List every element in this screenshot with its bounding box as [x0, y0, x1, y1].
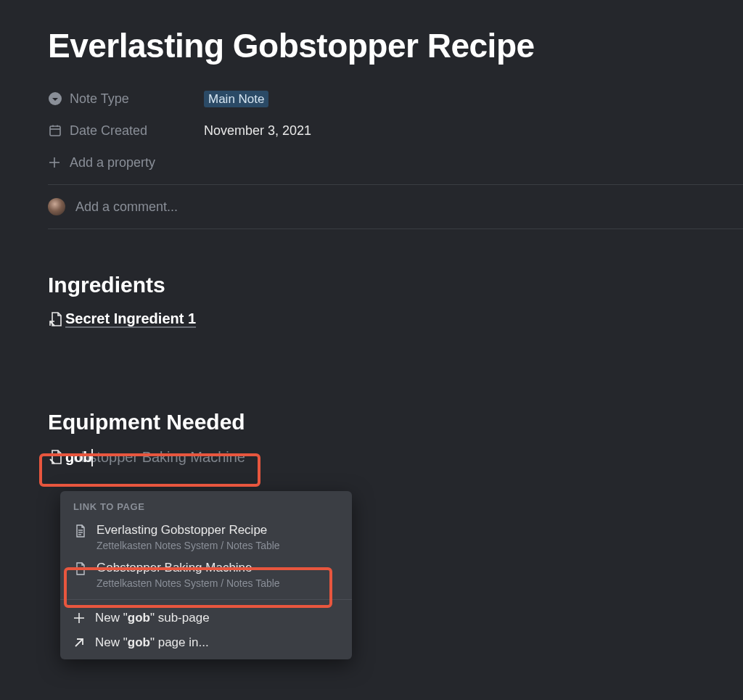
- new-subpage-action[interactable]: New "gob" sub-page: [60, 606, 352, 630]
- menu-section-header: LINK TO PAGE: [60, 498, 352, 518]
- text-caret: [91, 449, 93, 466]
- new-page-in-label: New "gob" page in...: [95, 635, 209, 650]
- plus-icon: [48, 156, 61, 169]
- new-page-in-action[interactable]: New "gob" page in...: [60, 630, 352, 655]
- link-suggest-menu: LINK TO PAGE Everlasting Gobstopper Reci…: [60, 491, 352, 659]
- add-comment-row[interactable]: Add a comment...: [48, 185, 743, 229]
- page-link-icon: [48, 311, 64, 327]
- date-value[interactable]: November 3, 2021: [204, 123, 311, 139]
- properties-block: Note Type Main Note Date Created Novembe…: [48, 83, 743, 185]
- new-subpage-label: New "gob" sub-page: [95, 611, 210, 625]
- ingredient-link-text: Secret Ingredient 1: [65, 310, 196, 327]
- property-label: Note Type: [70, 91, 129, 107]
- ingredients-heading[interactable]: Ingredients: [48, 273, 743, 297]
- page-icon: [73, 561, 88, 576]
- avatar: [48, 198, 65, 215]
- calendar-icon: [48, 123, 62, 138]
- page-link-icon: [48, 449, 64, 465]
- property-note-type[interactable]: Note Type Main Note: [48, 83, 743, 115]
- menu-item-path: Zettelkasten Notes System / Notes Table: [97, 577, 280, 589]
- svg-line-12: [75, 639, 83, 646]
- add-property-button[interactable]: Add a property: [48, 147, 743, 178]
- menu-item-path: Zettelkasten Notes System / Notes Table: [97, 540, 280, 551]
- ingredient-link[interactable]: Secret Ingredient 1: [48, 310, 196, 327]
- menu-separator: [60, 599, 352, 600]
- menu-item-title: Everlasting Gobstopper Recipe: [97, 522, 280, 538]
- property-date-created[interactable]: Date Created November 3, 2021: [48, 115, 743, 147]
- page-icon: [73, 524, 88, 538]
- comment-placeholder: Add a comment...: [75, 199, 178, 215]
- select-icon: [48, 91, 62, 106]
- property-label: Date Created: [70, 123, 147, 139]
- menu-item-baking-machine[interactable]: Gobstopper Baking Machine Zettelkasten N…: [60, 556, 352, 593]
- svg-rect-1: [50, 126, 60, 136]
- equipment-heading[interactable]: Equipment Needed: [48, 410, 743, 435]
- note-type-tag[interactable]: Main Note: [204, 91, 268, 107]
- page-title[interactable]: Everlasting Gobstopper Recipe: [48, 26, 743, 65]
- arrow-up-right-icon: [73, 637, 85, 648]
- input-typed-text: gob: [65, 449, 92, 466]
- menu-item-title: Gobstopper Baking Machine: [97, 560, 280, 576]
- menu-item-recipe[interactable]: Everlasting Gobstopper Recipe Zettelkast…: [60, 518, 352, 556]
- add-property-label: Add a property: [70, 155, 155, 170]
- plus-icon: [73, 612, 85, 624]
- link-search-input[interactable]: gobstopper Baking Machine gob: [48, 449, 92, 466]
